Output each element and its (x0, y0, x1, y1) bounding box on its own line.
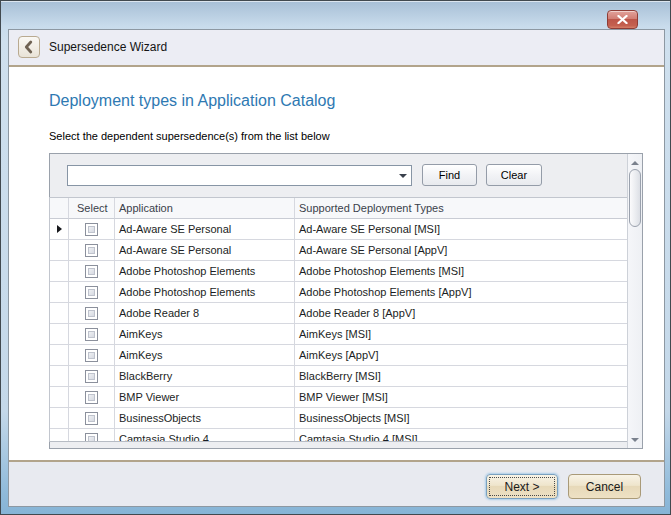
row-deployment-type: Adobe Photoshop Elements [MSI] (295, 261, 627, 282)
row-select-cell (69, 324, 115, 345)
row-indicator-cell (50, 303, 69, 324)
row-indicator-cell (50, 408, 69, 429)
clear-button[interactable]: Clear (486, 164, 542, 186)
row-checkbox[interactable] (85, 328, 98, 341)
row-select-cell (69, 219, 115, 240)
table-row[interactable]: BusinessObjects BusinessObjects [MSI] (50, 408, 627, 429)
table-body: Ad-Aware SE Personal Ad-Aware SE Persona… (50, 219, 627, 442)
row-deployment-type: Adobe Photoshop Elements [AppV] (295, 282, 627, 303)
combobox-dropdown-button[interactable] (394, 166, 411, 185)
table-row[interactable]: BMP Viewer BMP Viewer [MSI] (50, 387, 627, 408)
row-select-cell (69, 240, 115, 261)
row-select-cell (69, 282, 115, 303)
table-row[interactable]: Camtasia Studio 4 Camtasia Studio 4 [MSI… (50, 429, 627, 442)
page-title: Deployment types in Application Catalog (49, 92, 335, 110)
row-checkbox[interactable] (85, 223, 98, 236)
table-row[interactable]: Adobe Photoshop Elements Adobe Photoshop… (50, 282, 627, 303)
row-select-cell (69, 408, 115, 429)
row-indicator-cell (50, 429, 69, 442)
row-checkbox[interactable] (85, 370, 98, 383)
row-application: Adobe Photoshop Elements (115, 261, 295, 282)
table-row[interactable]: Adobe Reader 8 Adobe Reader 8 [AppV] (50, 303, 627, 324)
row-application: AimKeys (115, 324, 295, 345)
filter-combobox[interactable] (67, 165, 412, 186)
window-title: Supersedence Wizard (49, 30, 167, 65)
back-button[interactable] (18, 36, 40, 58)
row-indicator-cell (50, 324, 69, 345)
row-checkbox[interactable] (85, 412, 98, 425)
wizard-header-bar: Supersedence Wizard (9, 30, 664, 67)
close-button[interactable] (607, 10, 638, 29)
row-deployment-type: AimKeys [MSI] (295, 324, 627, 345)
row-select-cell (69, 345, 115, 366)
row-application: BMP Viewer (115, 387, 295, 408)
row-indicator-cell (50, 261, 69, 282)
row-indicator-cell (50, 219, 69, 240)
row-application: BusinessObjects (115, 408, 295, 429)
supersedence-table: Select Application Supported Deployment … (49, 197, 628, 442)
scrollbar-down-button[interactable] (628, 432, 642, 447)
supersedence-list-panel: Find Clear Select Application Supported … (49, 153, 643, 449)
row-checkbox[interactable] (85, 286, 98, 299)
row-checkbox[interactable] (85, 433, 98, 443)
row-application: AimKeys (115, 345, 295, 366)
row-indicator-cell (50, 240, 69, 261)
row-deployment-type: BlackBerry [MSI] (295, 366, 627, 387)
row-deployment-type: Ad-Aware SE Personal [MSI] (295, 219, 627, 240)
table-row[interactable]: BlackBerry BlackBerry [MSI] (50, 366, 627, 387)
vertical-scrollbar[interactable] (627, 154, 642, 448)
current-row-indicator-icon (57, 225, 62, 233)
find-button[interactable]: Find (422, 164, 477, 186)
row-deployment-type: Ad-Aware SE Personal [AppV] (295, 240, 627, 261)
row-checkbox[interactable] (85, 391, 98, 404)
row-indicator-cell (50, 366, 69, 387)
row-indicator-cell (50, 345, 69, 366)
table-row[interactable]: Ad-Aware SE Personal Ad-Aware SE Persona… (50, 219, 627, 240)
row-checkbox[interactable] (85, 265, 98, 278)
table-row[interactable]: Ad-Aware SE Personal Ad-Aware SE Persona… (50, 240, 627, 261)
row-select-cell (69, 303, 115, 324)
back-chevron-icon (19, 36, 39, 58)
row-select-cell (69, 366, 115, 387)
row-select-cell (69, 387, 115, 408)
row-application: Adobe Photoshop Elements (115, 282, 295, 303)
row-select-cell (69, 429, 115, 442)
scrollbar-up-button[interactable] (628, 155, 642, 170)
table-row[interactable]: Adobe Photoshop Elements Adobe Photoshop… (50, 261, 627, 282)
row-application: Ad-Aware SE Personal (115, 240, 295, 261)
cancel-button[interactable]: Cancel (568, 474, 641, 499)
row-checkbox[interactable] (85, 349, 98, 362)
header-application[interactable]: Application (115, 198, 295, 219)
triangle-up-icon (631, 161, 639, 165)
close-icon (617, 15, 628, 24)
row-checkbox[interactable] (85, 244, 98, 257)
header-deployment-types[interactable]: Supported Deployment Types (295, 198, 627, 219)
scrollbar-thumb[interactable] (629, 169, 641, 227)
instruction-label: Select the dependent supersedence(s) fro… (49, 130, 330, 142)
table-row[interactable]: AimKeys AimKeys [AppV] (50, 345, 627, 366)
row-application: BlackBerry (115, 366, 295, 387)
row-application: Camtasia Studio 4 (115, 429, 295, 442)
row-deployment-type: Adobe Reader 8 [AppV] (295, 303, 627, 324)
triangle-down-icon (631, 438, 639, 442)
row-deployment-type: BusinessObjects [MSI] (295, 408, 627, 429)
row-select-cell (69, 261, 115, 282)
row-indicator-cell (50, 282, 69, 303)
chevron-down-icon (399, 174, 407, 178)
row-application: Adobe Reader 8 (115, 303, 295, 324)
next-button[interactable]: Next > (486, 474, 558, 499)
supersedence-wizard-window: Supersedence Wizard Deployment types in … (0, 0, 671, 515)
row-indicator-cell (50, 387, 69, 408)
row-deployment-type: AimKeys [AppV] (295, 345, 627, 366)
header-select[interactable]: Select (69, 198, 115, 219)
row-checkbox[interactable] (85, 307, 98, 320)
row-deployment-type: Camtasia Studio 4 [MSI] (295, 429, 627, 442)
header-indicator-cell (50, 198, 69, 219)
row-application: Ad-Aware SE Personal (115, 219, 295, 240)
wizard-content: Supersedence Wizard Deployment types in … (8, 29, 665, 507)
table-row[interactable]: AimKeys AimKeys [MSI] (50, 324, 627, 345)
row-deployment-type: BMP Viewer [MSI] (295, 387, 627, 408)
wizard-footer-bar: Next > Cancel (9, 460, 664, 506)
table-header-row: Select Application Supported Deployment … (50, 198, 627, 219)
title-bar (1, 1, 670, 29)
